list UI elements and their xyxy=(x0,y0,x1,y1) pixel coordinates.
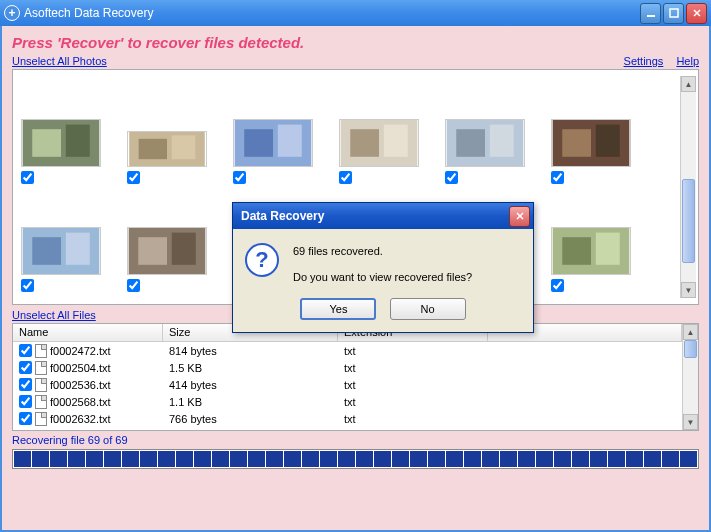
scroll-down-arrow[interactable]: ▼ xyxy=(681,282,696,298)
file-row[interactable]: f0002504.txt1.5 KBtxt xyxy=(13,359,682,376)
svg-rect-8 xyxy=(139,139,167,159)
progress-segment xyxy=(86,451,103,467)
photo-thumb[interactable] xyxy=(445,119,525,167)
thumb-cell xyxy=(551,76,657,184)
progress-segment xyxy=(446,451,463,467)
progress-segment xyxy=(194,451,211,467)
file-scroll-thumb[interactable] xyxy=(684,340,697,358)
progress-segment xyxy=(374,451,391,467)
scroll-up-arrow[interactable]: ▲ xyxy=(681,76,696,92)
file-icon xyxy=(35,395,47,409)
close-button[interactable] xyxy=(686,3,707,24)
file-row[interactable]: f0002632.txt766 bytestxt xyxy=(13,410,682,427)
progress-segment xyxy=(212,451,229,467)
dialog-close-button[interactable] xyxy=(509,206,530,227)
progress-segment xyxy=(662,451,679,467)
photo-checkbox[interactable] xyxy=(127,279,140,292)
photo-checkbox[interactable] xyxy=(21,171,34,184)
settings-link[interactable]: Settings xyxy=(624,55,664,67)
col-name[interactable]: Name xyxy=(13,324,163,341)
progress-segment xyxy=(590,451,607,467)
photo-checkbox[interactable] xyxy=(551,171,564,184)
progress-segment xyxy=(482,451,499,467)
help-link[interactable]: Help xyxy=(676,55,699,67)
maximize-button[interactable] xyxy=(663,3,684,24)
file-size: 814 bytes xyxy=(163,345,338,357)
titlebar: + Asoftech Data Recovery xyxy=(0,0,711,26)
photo-checkbox[interactable] xyxy=(445,171,458,184)
photo-checkbox[interactable] xyxy=(339,171,352,184)
photo-thumb[interactable] xyxy=(21,119,101,167)
file-scrollbar[interactable]: ▲ ▼ xyxy=(682,324,698,430)
progress-segment xyxy=(68,451,85,467)
photo-thumb[interactable] xyxy=(339,119,419,167)
progress-segment xyxy=(608,451,625,467)
scroll-thumb[interactable] xyxy=(682,179,695,263)
svg-rect-23 xyxy=(32,237,61,265)
svg-rect-21 xyxy=(596,125,620,157)
no-button[interactable]: No xyxy=(390,298,466,320)
svg-rect-27 xyxy=(172,233,196,265)
top-link-row: Unselect All Photos Settings Help xyxy=(12,55,699,69)
file-row[interactable]: f0002568.txt1.1 KBtxt xyxy=(13,393,682,410)
progress-segment xyxy=(284,451,301,467)
photo-checkbox[interactable] xyxy=(21,279,34,292)
progress-segment xyxy=(428,451,445,467)
dialog-line1: 69 files recovered. xyxy=(293,243,472,261)
progress-segment xyxy=(338,451,355,467)
progress-segment xyxy=(410,451,427,467)
progress-segment xyxy=(140,451,157,467)
yes-button[interactable]: Yes xyxy=(300,298,376,320)
file-size: 414 bytes xyxy=(163,379,338,391)
photo-checkbox[interactable] xyxy=(551,279,564,292)
thumb-cell xyxy=(233,76,339,184)
file-ext: txt xyxy=(338,396,488,408)
photo-thumb[interactable] xyxy=(127,131,207,167)
progress-segment xyxy=(500,451,517,467)
svg-rect-17 xyxy=(456,129,485,157)
svg-rect-26 xyxy=(138,237,167,265)
photo-thumb[interactable] xyxy=(551,227,631,275)
file-scroll-down-arrow[interactable]: ▼ xyxy=(683,414,698,430)
svg-rect-18 xyxy=(490,125,514,157)
photo-thumb[interactable] xyxy=(21,227,101,275)
file-checkbox[interactable] xyxy=(19,344,32,357)
photo-thumb[interactable] xyxy=(233,119,313,167)
svg-rect-12 xyxy=(278,125,302,157)
minimize-button[interactable] xyxy=(640,3,661,24)
file-checkbox[interactable] xyxy=(19,378,32,391)
banner-text: Press 'Recover' to recover files detecte… xyxy=(12,32,699,55)
file-ext: txt xyxy=(338,413,488,425)
unselect-files-link[interactable]: Unselect All Files xyxy=(12,309,96,321)
file-name: f0002568.txt xyxy=(50,396,111,408)
file-ext: txt xyxy=(338,345,488,357)
photo-checkbox[interactable] xyxy=(127,171,140,184)
progress-segment xyxy=(572,451,589,467)
file-row[interactable]: f0002472.txt814 bytestxt xyxy=(13,342,682,359)
file-checkbox[interactable] xyxy=(19,361,32,374)
svg-rect-0 xyxy=(647,15,655,17)
progress-segment xyxy=(158,451,175,467)
progress-segment xyxy=(176,451,193,467)
file-checkbox[interactable] xyxy=(19,412,32,425)
progress-segment xyxy=(50,451,67,467)
progress-segment xyxy=(14,451,31,467)
file-scroll-up-arrow[interactable]: ▲ xyxy=(683,324,698,340)
svg-rect-1 xyxy=(670,9,678,17)
svg-rect-11 xyxy=(244,129,273,157)
dialog-titlebar[interactable]: Data Recovery xyxy=(233,203,533,229)
photo-checkbox[interactable] xyxy=(233,171,246,184)
photo-thumb[interactable] xyxy=(551,119,631,167)
app-title: Asoftech Data Recovery xyxy=(24,6,638,20)
file-size: 766 bytes xyxy=(163,413,338,425)
recovery-dialog: Data Recovery ? 69 files recovered. Do y… xyxy=(232,202,534,333)
photo-thumb[interactable] xyxy=(127,227,207,275)
progress-segment xyxy=(464,451,481,467)
file-row[interactable]: f0002536.txt414 bytestxt xyxy=(13,376,682,393)
photo-scrollbar[interactable]: ▲ ▼ xyxy=(680,76,696,298)
file-checkbox[interactable] xyxy=(19,395,32,408)
unselect-photos-link[interactable]: Unselect All Photos xyxy=(12,55,107,67)
progress-segment xyxy=(680,451,697,467)
dialog-line2: Do you want to view recovered files? xyxy=(293,269,472,287)
svg-rect-5 xyxy=(32,129,61,157)
